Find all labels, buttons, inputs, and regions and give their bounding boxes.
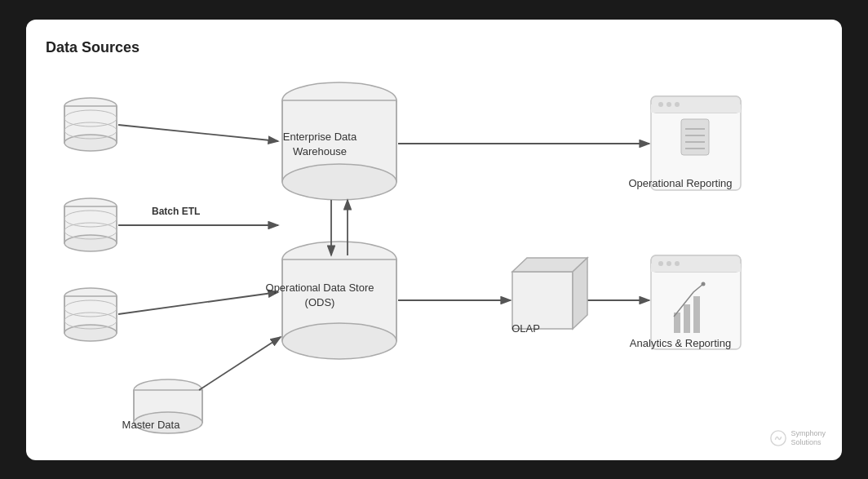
svg-rect-66 — [684, 304, 690, 333]
svg-point-51 — [658, 102, 663, 107]
operational-reporting-label: Operational Reporting — [627, 176, 733, 191]
olap-label: OLAP — [495, 322, 556, 336]
master-data-label: Master Data — [114, 418, 188, 432]
symphony-line2: Solutions — [790, 438, 826, 447]
diagram-svg: Batch ETL — [46, 39, 822, 439]
svg-point-11 — [64, 235, 117, 251]
edw-label: Enterprise Data Warehouse — [263, 130, 377, 159]
svg-point-52 — [666, 102, 671, 107]
svg-point-53 — [675, 102, 680, 107]
svg-line-41 — [199, 337, 281, 390]
datasource-cylinder-1 — [64, 98, 117, 151]
svg-point-68 — [702, 282, 706, 286]
svg-rect-54 — [681, 119, 709, 155]
symphony-logo: Symphony Solutions — [769, 429, 826, 447]
datasource-cylinder-3 — [64, 288, 117, 341]
symphony-text: Symphony Solutions — [790, 429, 826, 447]
svg-point-35 — [282, 323, 396, 359]
svg-point-30 — [282, 164, 396, 200]
svg-point-62 — [658, 261, 663, 266]
svg-rect-67 — [693, 296, 700, 333]
svg-point-4 — [64, 135, 117, 151]
svg-point-18 — [64, 325, 117, 341]
symphony-line1: Symphony — [790, 429, 826, 438]
svg-point-63 — [666, 261, 671, 266]
ods-label: Operational Data Store (ODS) — [263, 281, 377, 310]
batch-etl-label: Batch ETL — [152, 206, 200, 217]
diagram-container: Data Sources — [26, 20, 842, 460]
svg-line-36 — [118, 125, 278, 141]
analytics-reporting-label: Analytics & Reporting — [627, 336, 733, 351]
svg-line-38 — [118, 292, 278, 314]
svg-rect-61 — [651, 264, 741, 272]
svg-point-64 — [675, 261, 680, 266]
svg-rect-45 — [512, 272, 573, 329]
symphony-icon — [769, 429, 787, 447]
datasource-cylinder-2 — [64, 198, 117, 251]
svg-rect-50 — [651, 104, 741, 113]
